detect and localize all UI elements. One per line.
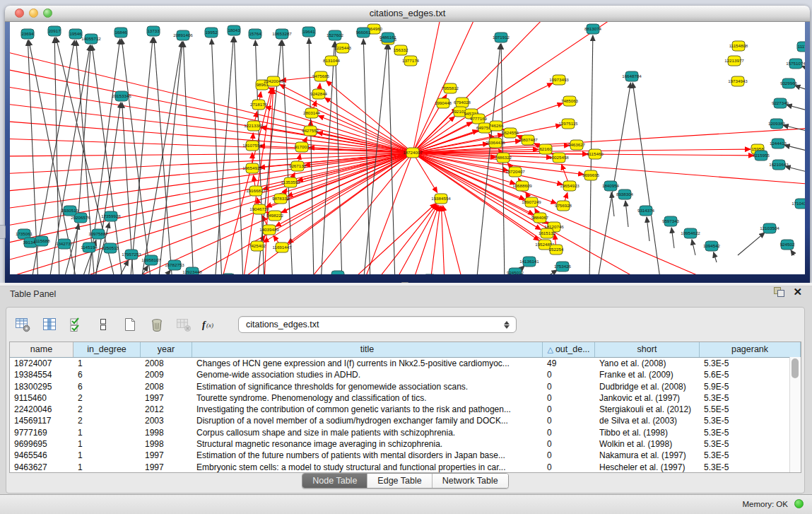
edge-black[interactable] bbox=[784, 145, 805, 153]
network-node[interactable]: 7955812 bbox=[442, 83, 459, 93]
table-cell[interactable]: 0 bbox=[543, 462, 595, 473]
network-node[interactable]: 917003 bbox=[295, 142, 310, 152]
network-node[interactable]: 62160 bbox=[539, 144, 552, 154]
table-cell[interactable]: Wolkin et al. (1998) bbox=[595, 438, 700, 450]
network-node[interactable]: 9427552 bbox=[302, 126, 319, 136]
table-cell[interactable]: Embryonic stem cells: a model to study s… bbox=[192, 462, 543, 473]
edge-black[interactable] bbox=[282, 40, 293, 274]
table-cell[interactable]: Jankovic et al. (1997) bbox=[595, 392, 700, 404]
network-node[interactable]: 1342737 bbox=[56, 239, 73, 249]
network-node[interactable]: 9878332 bbox=[272, 194, 290, 204]
edge-black[interactable] bbox=[795, 86, 805, 93]
table-cell[interactable]: 1 bbox=[73, 427, 141, 438]
edge-black[interactable] bbox=[141, 42, 182, 274]
network-node[interactable]: 9267130 bbox=[289, 161, 307, 171]
table-row[interactable]: 977716911998Corpus callosum shape and si… bbox=[10, 427, 801, 438]
table-cell[interactable]: 9699695 bbox=[10, 438, 73, 450]
edge-black[interactable] bbox=[536, 270, 557, 274]
table-row[interactable]: 911546021997Tourette syndrome. Phenomeno… bbox=[10, 392, 801, 404]
edge-red[interactable] bbox=[377, 204, 437, 274]
network-node[interactable]: 201945 bbox=[221, 274, 236, 274]
network-node[interactable]: 19546 bbox=[69, 29, 82, 39]
table-cell[interactable]: 2008 bbox=[141, 381, 192, 392]
edge-black[interactable] bbox=[785, 166, 805, 174]
table-cell[interactable]: Tibbo et al. (1998) bbox=[595, 427, 700, 438]
row-height-icon[interactable] bbox=[94, 315, 112, 334]
column-header-title[interactable]: title bbox=[192, 342, 543, 357]
table-cell[interactable]: Genome-wide association studies in ADHD. bbox=[192, 369, 543, 380]
table-cell[interactable]: 49 bbox=[543, 358, 595, 369]
table-cell[interactable]: 1 bbox=[73, 358, 141, 369]
table-cell[interactable]: 5.3E-5 bbox=[700, 427, 801, 438]
float-panel-button[interactable] bbox=[774, 287, 784, 297]
table-cell[interactable]: 2008 bbox=[141, 358, 192, 369]
network-node[interactable]: 9329966 bbox=[780, 78, 798, 88]
network-node[interactable]: 17957253 bbox=[122, 250, 141, 259]
network-node[interactable]: 19734943 bbox=[728, 76, 748, 86]
table-row[interactable]: 1456911722003Disruption of a novel membe… bbox=[10, 415, 801, 426]
column-header-short[interactable]: short bbox=[595, 342, 700, 357]
edge-black[interactable] bbox=[160, 270, 170, 274]
table-cell[interactable]: Estimation of significance thresholds fo… bbox=[192, 381, 543, 392]
table-cell[interactable]: Stergiakouli et al. (2012) bbox=[595, 404, 700, 415]
network-node[interactable]: 17104354 bbox=[792, 199, 805, 209]
network-node[interactable]: 1990448 bbox=[435, 98, 452, 108]
table-cell[interactable]: 2 bbox=[73, 404, 141, 415]
edge-black[interactable] bbox=[625, 201, 628, 227]
network-node[interactable]: 9463627 bbox=[568, 140, 586, 150]
network-node[interactable]: 20891406 bbox=[173, 30, 193, 40]
network-node[interactable]: 9134 bbox=[331, 271, 344, 274]
network-node[interactable]: 2803144 bbox=[303, 108, 321, 118]
network-node[interactable]: 7485063 bbox=[561, 96, 579, 106]
table-cell[interactable]: Investigating the contribution of common… bbox=[192, 404, 543, 415]
table-cell[interactable]: 18724007 bbox=[10, 358, 73, 369]
network-node[interactable]: 924502 bbox=[780, 240, 795, 250]
table-cell[interactable]: 2009 bbox=[141, 369, 192, 380]
network-node[interactable]: 9884067 bbox=[531, 213, 549, 223]
network-node[interactable]: 16210643 bbox=[769, 160, 789, 170]
network-node[interactable]: 7486322 bbox=[495, 153, 512, 163]
network-node[interactable]: 966061 bbox=[356, 28, 371, 37]
edge-red[interactable] bbox=[443, 206, 462, 274]
table-cell[interactable]: Tourette syndrome. Phenomenology and cla… bbox=[192, 392, 543, 404]
network-canvas[interactable]: 1872400798961224200462718176122133831810… bbox=[10, 22, 805, 274]
network-node[interactable]: 16846 bbox=[114, 28, 127, 37]
table-cell[interactable]: 0 bbox=[543, 415, 595, 426]
table-cell[interactable]: de Silva et al. (2003) bbox=[595, 415, 700, 426]
network-node[interactable]: 7425402 bbox=[249, 241, 266, 251]
table-cell[interactable]: 5.5E-5 bbox=[700, 404, 801, 415]
network-node[interactable]: 2718176 bbox=[250, 100, 268, 110]
tab-network-table[interactable]: Network Table bbox=[433, 474, 508, 488]
table-cell[interactable]: 19384554 bbox=[10, 369, 73, 380]
column-header-in_degree[interactable]: in_degree bbox=[73, 342, 141, 357]
network-node[interactable]: 11691447 bbox=[272, 243, 292, 252]
window-titlebar[interactable]: citations_edges.txt bbox=[5, 6, 810, 22]
column-header-year[interactable]: year bbox=[141, 342, 192, 357]
table-cell[interactable]: 6 bbox=[73, 381, 141, 392]
network-node[interactable]: 11353593 bbox=[281, 177, 300, 187]
edge-black[interactable] bbox=[234, 37, 243, 274]
edge-black[interactable] bbox=[183, 42, 194, 274]
table-row[interactable]: 2242004622012Investigating the contribut… bbox=[10, 404, 801, 415]
network-node[interactable]: 15764 bbox=[249, 29, 261, 39]
network-node[interactable]: 1753426 bbox=[554, 262, 572, 271]
edge-black[interactable] bbox=[611, 192, 614, 216]
network-node[interactable]: 1094542 bbox=[703, 241, 721, 251]
network-node[interactable]: 252254 bbox=[549, 245, 564, 255]
table-cell[interactable]: Changes of HCN gene expression and I(f) … bbox=[192, 358, 543, 369]
network-node[interactable]: 11154808 bbox=[729, 41, 748, 51]
edge-red[interactable] bbox=[413, 22, 547, 153]
edge-black[interactable] bbox=[738, 233, 765, 255]
table-cell[interactable]: 6 bbox=[73, 369, 141, 380]
table-cell[interactable]: 1 bbox=[73, 438, 141, 450]
network-node[interactable]: 1071912 bbox=[493, 33, 510, 42]
edge-black[interactable] bbox=[122, 39, 151, 274]
network-node[interactable]: 1250513 bbox=[102, 243, 119, 253]
network-node[interactable]: 11173 bbox=[797, 42, 805, 52]
table-cell[interactable]: 9463627 bbox=[10, 462, 73, 473]
network-node[interactable]: 20917 bbox=[48, 26, 61, 36]
table-cell[interactable]: 18300295 bbox=[10, 381, 73, 392]
network-node[interactable]: 2930519 bbox=[61, 206, 79, 216]
column-header-pagerank[interactable]: pagerank bbox=[700, 342, 801, 357]
delete-column-icon[interactable] bbox=[148, 315, 166, 334]
